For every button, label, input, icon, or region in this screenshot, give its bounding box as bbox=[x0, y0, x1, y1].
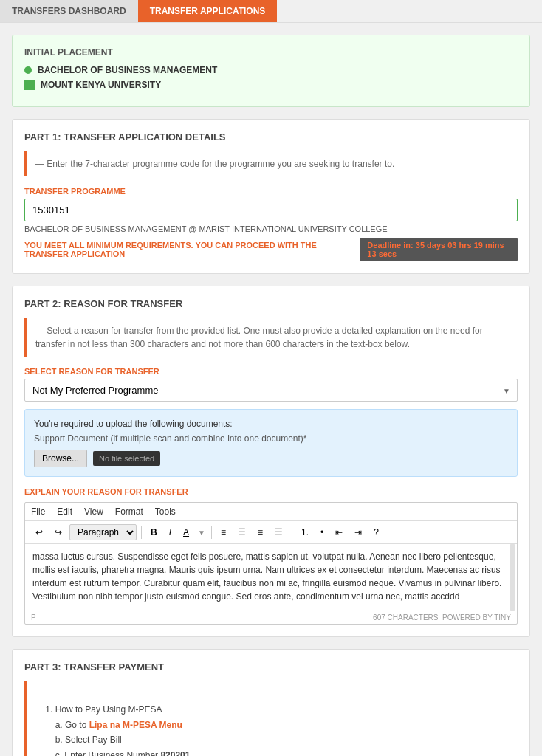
success-text: YOU MEET ALL MINIMUM REQUIREMENTS. YOU C… bbox=[24, 241, 360, 258]
deadline-badge: Deadline in: 35 days 03 hrs 19 mins 13 s… bbox=[360, 238, 518, 261]
toolbar-align-right[interactable]: ≡ bbox=[253, 525, 267, 540]
deadline-label: Deadline in: bbox=[367, 241, 413, 250]
editor-content[interactable]: massa luctus cursus. Suspendisse eget fe… bbox=[25, 544, 517, 611]
part3-title: PART 3: TRANSFER PAYMENT bbox=[24, 662, 518, 673]
editor-menubar: File Edit View Format Tools bbox=[25, 503, 517, 521]
upload-title: You're required to upload the following … bbox=[34, 419, 508, 429]
initial-placement-card: INITIAL PLACEMENT BACHELOR OF BUSINESS M… bbox=[12, 35, 530, 107]
placement-title: INITIAL PLACEMENT bbox=[24, 47, 518, 58]
browse-button[interactable]: Browse... bbox=[34, 450, 87, 467]
toolbar-help[interactable]: ? bbox=[369, 525, 383, 540]
menu-view[interactable]: View bbox=[84, 506, 103, 517]
toolbar-justify[interactable]: ☰ bbox=[270, 525, 287, 540]
toolbar-redo[interactable]: ↪ bbox=[50, 525, 66, 540]
editor-body-container: massa luctus cursus. Suspendisse eget fe… bbox=[25, 544, 517, 611]
editor-char-info: 607 CHARACTERS POWERED BY TINY bbox=[373, 614, 511, 622]
reason-select-wrapper: Not My Preferred Programme bbox=[24, 379, 518, 402]
toolbar-italic[interactable]: I bbox=[165, 525, 176, 540]
toolbar-underline-arrow: ▼ bbox=[198, 529, 205, 537]
toolbar-divider2 bbox=[211, 526, 212, 539]
part3-card: PART 3: TRANSFER PAYMENT — 1. How to Pay… bbox=[12, 649, 530, 756]
toolbar-indent[interactable]: ⇥ bbox=[350, 525, 366, 540]
toolbar-divider1 bbox=[141, 526, 142, 539]
part1-info: — Enter the 7-character programme code f… bbox=[24, 151, 518, 176]
top-navigation: TRANSFERS DASHBOARD TRANSFER APPLICATION… bbox=[0, 0, 542, 23]
transfer-programme-input[interactable] bbox=[24, 199, 518, 221]
editor-toolbar: ↩ ↪ Paragraph B I A ▼ ≡ ☰ ≡ ☰ 1. bbox=[25, 521, 517, 544]
upload-row: Browse... No file selected bbox=[34, 450, 508, 467]
tab-transfers-dashboard[interactable]: TRANSFERS DASHBOARD bbox=[0, 0, 138, 22]
editor-wrapper: File Edit View Format Tools ↩ ↪ Paragrap… bbox=[24, 502, 518, 625]
placement-programme: BACHELOR OF BUSINESS MANAGEMENT bbox=[24, 65, 518, 75]
main-content: INITIAL PLACEMENT BACHELOR OF BUSINESS M… bbox=[0, 23, 542, 756]
placement-university: MOUNT KENYA UNIVERSITY bbox=[24, 80, 518, 90]
deadline-row: YOU MEET ALL MINIMUM REQUIREMENTS. YOU C… bbox=[24, 238, 518, 261]
toolbar-bold[interactable]: B bbox=[146, 525, 162, 540]
toolbar-divider3 bbox=[292, 526, 292, 539]
payment-info-box: — 1. How to Pay Using M-PESA a. Go to Li… bbox=[24, 681, 518, 756]
payment-step-c: c. Enter Business Number 820201 bbox=[35, 748, 509, 756]
part2-info: — Select a reason for transfer from the … bbox=[24, 318, 518, 357]
menu-file[interactable]: File bbox=[31, 506, 45, 517]
editor-footer: P 607 CHARACTERS POWERED BY TINY bbox=[25, 611, 517, 624]
reason-select-label: SELECT REASON FOR TRANSFER bbox=[24, 367, 518, 376]
toolbar-underline[interactable]: A bbox=[179, 525, 193, 540]
menu-edit[interactable]: Edit bbox=[57, 506, 72, 517]
menu-tools[interactable]: Tools bbox=[155, 506, 176, 517]
upload-box: You're required to upload the following … bbox=[24, 409, 518, 477]
editor-footer-p: P bbox=[31, 614, 36, 622]
payment-step-b: b. Select Pay Bill bbox=[35, 732, 509, 747]
toolbar-ul[interactable]: • bbox=[316, 525, 328, 540]
toolbar-ol[interactable]: 1. bbox=[297, 525, 313, 540]
file-placeholder: No file selected bbox=[93, 451, 160, 466]
reason-select[interactable]: Not My Preferred Programme bbox=[24, 379, 518, 402]
payment-step-1: 1. How to Pay Using M-PESA bbox=[35, 702, 509, 717]
transfer-programme-label: TRANSFER PROGRAMME bbox=[24, 187, 518, 196]
part2-card: PART 2: REASON FOR TRANSFER — Select a r… bbox=[12, 286, 530, 637]
part1-card: PART 1: TRANSFER APPLICATION DETAILS — E… bbox=[12, 119, 530, 274]
toolbar-align-left[interactable]: ≡ bbox=[216, 525, 230, 540]
payment-step-dash: — bbox=[35, 687, 509, 702]
toolbar-undo[interactable]: ↩ bbox=[31, 525, 47, 540]
transfer-programme-hint: BACHELOR OF BUSINESS MANAGEMENT @ MARIST… bbox=[24, 224, 518, 233]
green-dot-icon bbox=[24, 66, 32, 74]
upload-doc-label: Support Document (if multiple scan and c… bbox=[34, 433, 508, 444]
part1-title: PART 1: TRANSFER APPLICATION DETAILS bbox=[24, 131, 518, 142]
editor-label: EXPLAIN YOUR REASON FOR TRANSFER bbox=[24, 487, 518, 496]
part2-title: PART 2: REASON FOR TRANSFER bbox=[24, 298, 518, 309]
toolbar-outdent[interactable]: ⇤ bbox=[331, 525, 347, 540]
tab-transfer-applications[interactable]: TRANSFER APPLICATIONS bbox=[138, 0, 278, 22]
editor-section: EXPLAIN YOUR REASON FOR TRANSFER File Ed… bbox=[24, 487, 518, 625]
scroll-indicator[interactable] bbox=[510, 544, 515, 611]
payment-step-a: a. Go to Lipa na M-PESA Menu bbox=[35, 718, 509, 732]
toolbar-paragraph-select[interactable]: Paragraph bbox=[69, 524, 137, 540]
menu-format[interactable]: Format bbox=[115, 506, 143, 517]
school-icon bbox=[24, 80, 35, 90]
toolbar-align-center[interactable]: ☰ bbox=[233, 525, 250, 540]
